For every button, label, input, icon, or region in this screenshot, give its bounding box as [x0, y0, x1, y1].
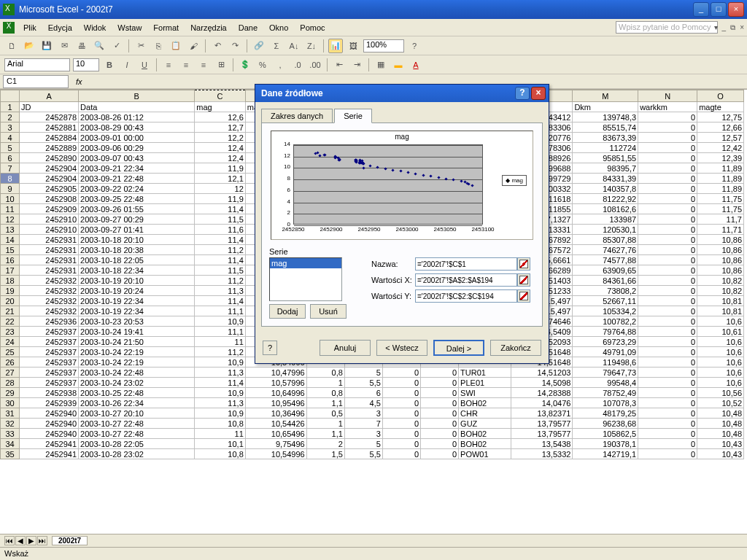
cell[interactable]: 0 [638, 419, 697, 429]
cell[interactable]: 98395,7 [573, 163, 638, 174]
cell[interactable]: 2003-10-28 22:05 [79, 439, 195, 449]
cell[interactable]: 139748,3 [573, 112, 638, 122]
tab-zakres[interactable]: Zakres danych [261, 109, 333, 123]
cell[interactable]: 10,86 [697, 245, 744, 255]
cell[interactable]: 0 [638, 133, 697, 143]
xvals-range-picker-icon[interactable] [517, 273, 530, 287]
dialog-help-icon[interactable]: ? [515, 87, 530, 100]
cell[interactable]: 2452904 [20, 174, 79, 184]
cell[interactable]: 11,75 [697, 204, 744, 214]
cell[interactable]: 11,5 [195, 265, 245, 276]
fontcolor-icon[interactable]: A [409, 58, 423, 72]
cell[interactable]: 11 [195, 337, 245, 347]
cell[interactable]: 63909,65 [573, 265, 638, 276]
row-header[interactable]: 10 [1, 194, 20, 204]
row-header[interactable]: 2 [1, 112, 20, 122]
borders-icon[interactable]: ▦ [374, 58, 388, 72]
cell[interactable]: 2003-09-21 22:48 [79, 174, 195, 184]
cell[interactable]: 2003-10-18 22:34 [79, 265, 195, 276]
cell[interactable]: 0 [421, 388, 459, 398]
doc-maximize-icon[interactable]: ⧉ [730, 23, 735, 32]
col-header[interactable]: O [697, 90, 744, 102]
inc-decimal-icon[interactable]: .0 [290, 58, 305, 72]
menu-format[interactable]: Format [147, 21, 185, 34]
cell[interactable]: CHR [459, 408, 511, 419]
cell[interactable]: 10,82 [697, 276, 744, 286]
row-header[interactable]: 19 [1, 286, 20, 296]
close-button[interactable]: × [728, 2, 744, 17]
cell[interactable]: 11,75 [697, 194, 744, 204]
doc-minimize-icon[interactable]: _ [722, 23, 727, 32]
cell[interactable]: 2452904 [20, 163, 79, 174]
row-header[interactable]: 24 [1, 337, 20, 347]
cell[interactable]: 1,1 [306, 398, 344, 408]
fontsize-select[interactable]: 10 [73, 58, 99, 71]
cell[interactable]: 0 [382, 408, 420, 419]
cell[interactable]: 12,7 [195, 122, 245, 133]
cell[interactable]: POW01 [459, 449, 511, 459]
cell[interactable]: 2452938 [20, 388, 79, 398]
cell[interactable]: 2003-08-29 00:43 [79, 122, 195, 133]
cell[interactable]: 2452910 [20, 225, 79, 235]
cell[interactable]: 0,8 [306, 388, 344, 398]
cell[interactable]: 10,86 [697, 265, 744, 276]
cell[interactable]: 0 [638, 265, 697, 276]
cell[interactable]: 10,56 [697, 388, 744, 398]
hyperlink-icon[interactable]: 🔗 [252, 39, 266, 53]
doc-restore-icon[interactable]: ▾ [714, 23, 718, 32]
cell[interactable]: 0 [638, 306, 697, 316]
cell[interactable]: 52667,11 [573, 296, 638, 306]
cell[interactable]: 0 [638, 153, 697, 163]
cell[interactable]: 11,9 [195, 163, 245, 174]
cell[interactable]: 10,65496 [245, 429, 306, 439]
tab-last-icon[interactable]: ⏭ [37, 536, 47, 545]
cell[interactable]: 2452940 [20, 419, 79, 429]
cell[interactable]: 2003-10-24 22:48 [79, 368, 195, 378]
cell[interactable]: 2003-10-24 21:50 [79, 337, 195, 347]
row-header[interactable]: 29 [1, 388, 20, 398]
cell[interactable]: 10,81 [697, 306, 744, 316]
cell[interactable]: 0 [638, 235, 697, 245]
cell[interactable]: 1 [306, 419, 344, 429]
row-header[interactable]: 35 [1, 449, 20, 459]
tab-next-icon[interactable]: ▶ [26, 536, 36, 545]
row-header[interactable]: 34 [1, 439, 20, 449]
font-select[interactable]: Arial [4, 58, 70, 71]
cell[interactable]: 10,1 [195, 439, 245, 449]
cell[interactable]: 10,54996 [245, 449, 306, 459]
cell[interactable]: 2003-10-24 23:02 [79, 378, 195, 388]
cell[interactable]: magte [697, 102, 744, 112]
cell[interactable]: 2003-10-19 22:34 [79, 296, 195, 306]
cell[interactable]: 10,9 [195, 316, 245, 327]
merge-icon[interactable]: ⊞ [214, 58, 228, 72]
cell[interactable]: Data [79, 102, 195, 112]
cell[interactable]: 2452940 [20, 429, 79, 439]
cell[interactable]: 2003-09-27 00:29 [79, 214, 195, 225]
cell[interactable]: 85307,88 [573, 235, 638, 245]
cell[interactable]: 2003-10-24 19:41 [79, 327, 195, 337]
cell[interactable]: 2452932 [20, 286, 79, 296]
align-left-icon[interactable]: ≡ [161, 58, 176, 72]
cell[interactable]: 69723,29 [573, 337, 638, 347]
redo-icon[interactable]: ↷ [228, 39, 242, 53]
cell[interactable]: 0 [421, 398, 459, 408]
cell[interactable]: 10,47996 [245, 368, 306, 378]
cell[interactable]: 2003-09-21 22:34 [79, 163, 195, 174]
cell[interactable]: 10,6 [697, 368, 744, 378]
cell[interactable]: 11,4 [195, 235, 245, 245]
cell[interactable]: 1,1 [306, 429, 344, 439]
menu-edycja[interactable]: Edycja [42, 21, 78, 34]
cell[interactable]: 10,9 [195, 408, 245, 419]
cell[interactable]: 2003-10-24 22:19 [79, 347, 195, 357]
help-icon[interactable]: ? [407, 39, 422, 53]
cell[interactable]: 13,5438 [511, 439, 573, 449]
row-header[interactable]: 33 [1, 429, 20, 439]
cell[interactable]: 10,64996 [245, 388, 306, 398]
cell[interactable]: 83673,39 [573, 133, 638, 143]
cell[interactable]: 11,89 [697, 184, 744, 194]
cell[interactable]: 105862,5 [573, 429, 638, 439]
cell[interactable]: 0 [638, 143, 697, 153]
align-center-icon[interactable]: ≡ [179, 58, 193, 72]
cell[interactable]: 2452937 [20, 378, 79, 388]
sort-desc-icon[interactable]: Z↓ [304, 39, 319, 53]
